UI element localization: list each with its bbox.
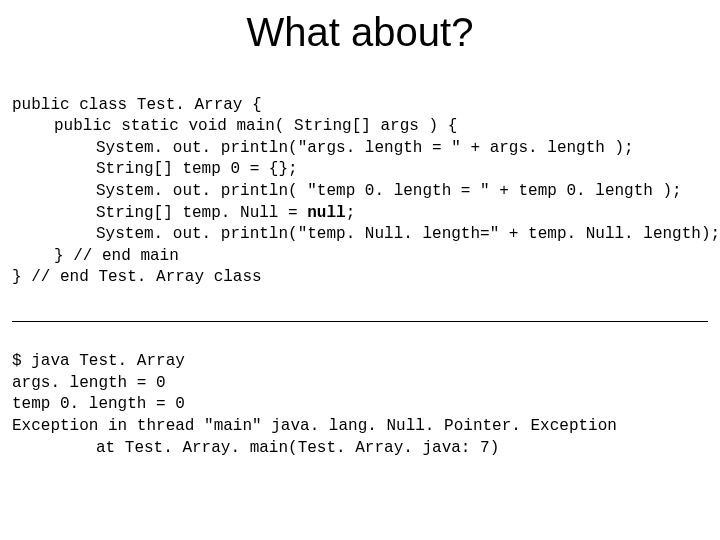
slide-title: What about? bbox=[12, 10, 708, 55]
code-line: System. out. println("temp. Null. length… bbox=[12, 225, 720, 243]
code-line: } // end main bbox=[12, 247, 179, 265]
code-block-source: public class Test. Array { public static… bbox=[12, 73, 708, 311]
code-line: System. out. println("args. length = " +… bbox=[12, 139, 634, 157]
code-fragment: String[] temp. Null = bbox=[96, 204, 307, 222]
output-line: Exception in thread "main" java. lang. N… bbox=[12, 417, 617, 435]
code-line: String[] temp. Null = null; bbox=[12, 204, 355, 222]
slide: What about? public class Test. Array { p… bbox=[0, 0, 720, 540]
code-line: public class Test. Array { bbox=[12, 96, 262, 114]
code-line: } // end Test. Array class bbox=[12, 268, 262, 286]
code-line: System. out. println( "temp 0. length = … bbox=[12, 182, 682, 200]
output-line: args. length = 0 bbox=[12, 374, 166, 392]
code-line: String[] temp 0 = {}; bbox=[12, 160, 298, 178]
output-line: $ java Test. Array bbox=[12, 352, 185, 370]
output-line: temp 0. length = 0 bbox=[12, 395, 185, 413]
code-fragment: ; bbox=[346, 204, 356, 222]
code-line: public static void main( String[] args )… bbox=[12, 117, 457, 135]
keyword-null: null bbox=[307, 204, 345, 222]
output-line: at Test. Array. main(Test. Array. java: … bbox=[12, 439, 499, 457]
code-block-output: $ java Test. Array args. length = 0 temp… bbox=[12, 330, 708, 481]
divider bbox=[12, 321, 708, 322]
